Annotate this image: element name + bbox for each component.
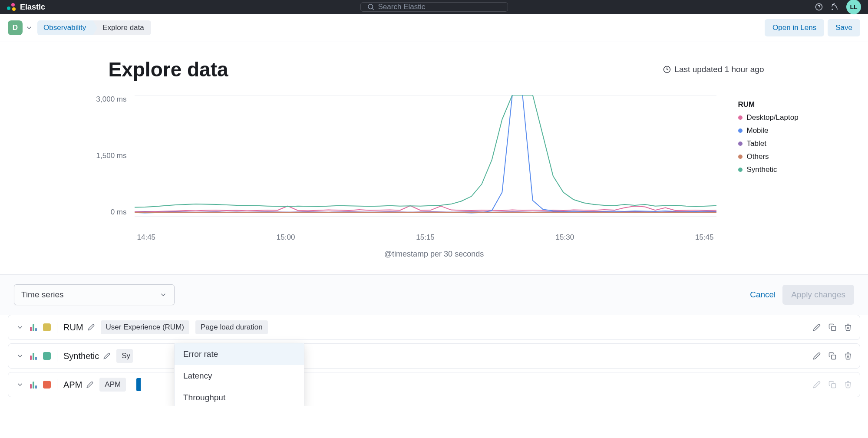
color-swatch[interactable] (43, 352, 51, 360)
trash-icon[interactable] (844, 381, 852, 389)
legend-dot-icon (738, 142, 743, 146)
row-actions (813, 381, 852, 389)
chevron-down-icon[interactable] (16, 323, 24, 331)
legend-dot-icon (738, 155, 743, 159)
legend-label: Tablet (747, 139, 766, 148)
chevron-down-icon[interactable] (16, 381, 24, 389)
page-title: Explore data (109, 58, 228, 81)
series-badge[interactable]: User Experience (RUM) (101, 320, 189, 334)
x-tick: 15:30 (556, 233, 574, 242)
pencil-icon[interactable] (88, 324, 95, 331)
legend-dot-icon (738, 168, 743, 172)
chart-legend: RUM Desktop/LaptopMobileTabletOthersSynt… (716, 90, 816, 229)
svg-rect-7 (832, 355, 836, 359)
trash-icon[interactable] (844, 323, 852, 331)
y-tick: 3,000 ms (96, 95, 127, 104)
copy-icon[interactable] (828, 381, 836, 389)
save-button[interactable]: Save (828, 19, 860, 36)
copy-icon[interactable] (828, 323, 836, 331)
series-badge[interactable]: Page load duration (195, 320, 268, 334)
series-rows: RUM User Experience (RUM) Page load dura… (0, 315, 868, 406)
chart: 3,000 ms 1,500 ms 0 ms 14:45 15:00 15:15… (52, 90, 816, 229)
svg-line-1 (372, 8, 373, 10)
space-selector[interactable]: D (8, 20, 33, 35)
pencil-icon (813, 381, 821, 389)
x-tick: 15:00 (277, 233, 295, 242)
clock-icon (663, 66, 671, 73)
series-row: Synthetic Syition (8, 343, 860, 369)
user-avatar[interactable]: LL (846, 0, 861, 14)
legend-item[interactable]: Others (738, 152, 816, 161)
x-axis-label: @timestamp per 30 seconds (17, 250, 851, 259)
breadcrumb-observability[interactable]: Observability (37, 20, 93, 35)
legend-item[interactable]: Tablet (738, 139, 816, 148)
pencil-icon[interactable] (813, 352, 821, 360)
pencil-icon[interactable] (103, 352, 110, 359)
x-tick: 15:15 (416, 233, 435, 242)
metric-select-button[interactable] (136, 378, 141, 391)
x-tick: 15:45 (695, 233, 714, 242)
legend-label: Mobile (747, 126, 769, 135)
series-name: APM (63, 380, 93, 390)
y-tick: 1,500 ms (96, 151, 127, 160)
top-nav: Elastic Search Elastic LL (0, 0, 868, 14)
cluster-logo-icon (7, 2, 17, 12)
legend-label: Synthetic (747, 165, 777, 174)
legend-title: RUM (738, 100, 816, 109)
legend-item[interactable]: Mobile (738, 126, 816, 135)
series-badge[interactable]: APM (99, 378, 126, 392)
news-icon[interactable] (831, 3, 838, 11)
main-content: Explore data Last updated 1 hour ago 3,0… (0, 42, 868, 259)
color-swatch[interactable] (43, 323, 51, 331)
legend-dot-icon (738, 128, 743, 133)
series-row: APM APMError rateLatencyThroughput (8, 372, 860, 397)
legend-item[interactable]: Synthetic (738, 165, 816, 174)
series-badge[interactable]: Sy (116, 349, 133, 363)
row-actions (813, 323, 852, 331)
brand-name: Elastic (20, 3, 45, 12)
svg-rect-8 (832, 384, 836, 388)
svg-point-0 (368, 4, 373, 9)
series-name: Synthetic (63, 351, 110, 361)
x-axis: 14:45 15:00 15:15 15:30 15:45 (135, 233, 716, 242)
plot-area[interactable]: 14:45 15:00 15:15 15:30 15:45 (135, 90, 716, 229)
legend-dot-icon (738, 115, 743, 120)
help-icon[interactable] (815, 3, 823, 11)
svg-rect-6 (832, 326, 836, 331)
search-input[interactable]: Search Elastic (360, 2, 508, 12)
pencil-icon[interactable] (86, 381, 93, 388)
popover-item[interactable]: Latency (175, 365, 304, 387)
chevron-down-icon (159, 291, 167, 299)
svg-point-4 (832, 9, 833, 10)
bars-icon (30, 352, 37, 360)
y-tick: 0 ms (111, 208, 127, 217)
trash-icon[interactable] (844, 352, 852, 360)
chevron-down-icon[interactable] (16, 352, 24, 360)
search-icon (367, 3, 375, 11)
popover-item[interactable]: Error rate (175, 343, 304, 365)
search-placeholder: Search Elastic (378, 3, 426, 11)
legend-item[interactable]: Desktop/Laptop (738, 113, 816, 122)
series-row: RUM User Experience (RUM) Page load dura… (8, 315, 860, 340)
open-in-lens-button[interactable]: Open in Lens (765, 19, 824, 36)
apply-changes-button: Apply changes (782, 285, 854, 305)
viz-type-select[interactable]: Time series (14, 284, 175, 305)
legend-label: Others (747, 152, 769, 161)
breadcrumb-bar: D Observability Explore data Open in Len… (0, 14, 868, 42)
y-axis: 3,000 ms 1,500 ms 0 ms (52, 95, 135, 217)
legend-label: Desktop/Laptop (747, 113, 799, 122)
pencil-icon[interactable] (813, 323, 821, 331)
metric-popover: Error rateLatencyThroughput (174, 343, 304, 406)
last-updated: Last updated 1 hour ago (663, 65, 764, 74)
x-tick: 14:45 (137, 233, 156, 242)
color-swatch[interactable] (43, 381, 51, 389)
bars-icon (30, 323, 37, 331)
brand-logo[interactable]: Elastic (7, 2, 45, 12)
popover-item[interactable]: Throughput (175, 387, 304, 406)
copy-icon[interactable] (828, 352, 836, 360)
cancel-button[interactable]: Cancel (750, 290, 776, 300)
series-name: RUM (63, 323, 95, 333)
breadcrumbs: Observability Explore data (37, 20, 151, 35)
row-actions (813, 352, 852, 360)
breadcrumb-explore-data: Explore data (93, 20, 151, 35)
